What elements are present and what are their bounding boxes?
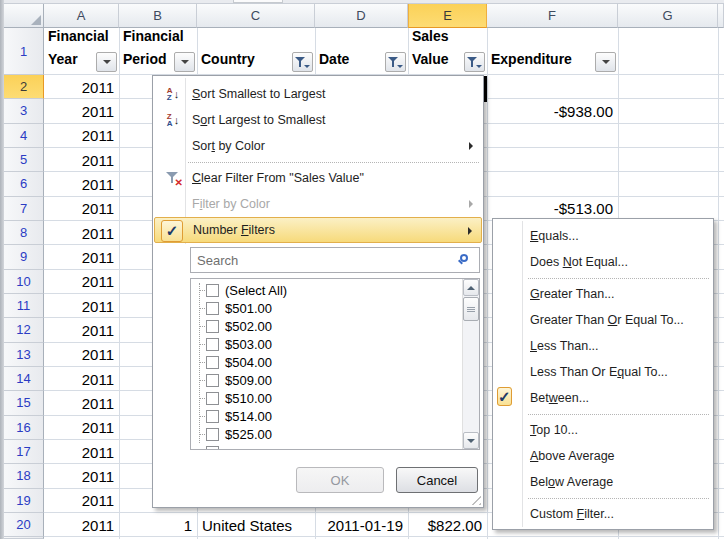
resize-grip[interactable]: [470, 494, 481, 505]
menu-item-does-not-equal[interactable]: Does Not Equal...: [494, 249, 712, 275]
row-header-5[interactable]: 5: [4, 148, 44, 172]
filter-button-C[interactable]: [292, 52, 313, 72]
value-list-item[interactable]: (Select All): [191, 281, 479, 299]
row-header-7[interactable]: 7: [4, 197, 44, 221]
cell-A7[interactable]: 2011: [44, 197, 119, 221]
row-header-8[interactable]: 8: [4, 221, 44, 245]
row-header-13[interactable]: 13: [4, 343, 44, 367]
field-header-E[interactable]: SalesValue: [408, 28, 487, 75]
value-list-item[interactable]: $509.00: [191, 371, 479, 389]
scroll-up-button[interactable]: [463, 279, 479, 296]
checkbox[interactable]: [206, 338, 219, 351]
row-header-12[interactable]: 12: [4, 318, 44, 342]
row-header-1[interactable]: 1: [4, 28, 44, 75]
row-header-18[interactable]: 18: [4, 464, 44, 488]
row-header-20[interactable]: 20: [4, 513, 44, 537]
scrollbar-thumb[interactable]: [463, 297, 479, 321]
menu-item-sort-largest-to-smallest[interactable]: ZA↓Sort Largest to Smallest: [154, 107, 482, 133]
checkbox[interactable]: [206, 356, 219, 369]
cell-A6[interactable]: 2011: [44, 172, 119, 196]
row-header-2[interactable]: 2: [4, 75, 44, 99]
menu-item-sort-smallest-to-largest[interactable]: AZ↓Sort Smallest to Largest: [154, 81, 482, 107]
menu-item-clear-filter[interactable]: ✕Clear Filter From "Sales Value": [154, 165, 482, 191]
menu-item-below-average[interactable]: Below Average: [494, 469, 712, 495]
row-header-4[interactable]: 4: [4, 124, 44, 148]
row-header-19[interactable]: 19: [4, 489, 44, 513]
menu-item-custom-filter[interactable]: Custom Filter...: [494, 501, 712, 527]
cell-A2[interactable]: 2011: [44, 75, 119, 99]
row-header-11[interactable]: 11: [4, 294, 44, 318]
field-header-C[interactable]: Country: [197, 28, 315, 75]
row-header-14[interactable]: 14: [4, 367, 44, 391]
cell-A14[interactable]: 2011: [44, 367, 119, 391]
menu-item-greater-than-or-equal-to[interactable]: Greater Than Or Equal To...: [494, 307, 712, 333]
cell-A8[interactable]: 2011: [44, 221, 119, 245]
checkbox[interactable]: [206, 410, 219, 423]
row-header-9[interactable]: 9: [4, 245, 44, 269]
cancel-button[interactable]: Cancel: [396, 467, 478, 493]
filter-button-D[interactable]: [385, 52, 406, 72]
cell-A12[interactable]: 2011: [44, 318, 119, 342]
row-header-15[interactable]: 15: [4, 391, 44, 415]
cell-A13[interactable]: 2011: [44, 343, 119, 367]
cell-D20[interactable]: 2011-01-19: [315, 513, 408, 537]
cell-A19[interactable]: 2011: [44, 489, 119, 513]
cell-A20[interactable]: 2011: [44, 513, 119, 537]
value-list-item[interactable]: $514.00: [191, 407, 479, 425]
column-header-F[interactable]: F: [487, 4, 618, 28]
filter-button-B[interactable]: [174, 52, 195, 72]
cell-A16[interactable]: 2011: [44, 416, 119, 440]
menu-item-less-than[interactable]: Less Than...: [494, 333, 712, 359]
cell-A15[interactable]: 2011: [44, 391, 119, 415]
value-list-item[interactable]: $501.00: [191, 299, 479, 317]
row-header-17[interactable]: 17: [4, 440, 44, 464]
cell-A9[interactable]: 2011: [44, 245, 119, 269]
cell-A10[interactable]: 2011: [44, 270, 119, 294]
row-header-3[interactable]: 3: [4, 99, 44, 123]
menu-item-less-than-or-equal-to[interactable]: Less Than Or Equal To...: [494, 359, 712, 385]
row-header-16[interactable]: 16: [4, 416, 44, 440]
filter-button-A[interactable]: [96, 52, 117, 72]
checkbox[interactable]: [206, 428, 219, 441]
cell-C20[interactable]: United States: [197, 513, 315, 537]
checkbox[interactable]: [206, 374, 219, 387]
cell-A17[interactable]: 2011: [44, 440, 119, 464]
checkbox[interactable]: [206, 302, 219, 315]
filter-button-E[interactable]: [464, 52, 485, 72]
cell-B20[interactable]: 1: [119, 513, 197, 537]
menu-item-top-10[interactable]: Top 10...: [494, 417, 712, 443]
menu-item-sort-by-color[interactable]: Sort by Color: [154, 133, 482, 159]
row-header-10[interactable]: 10: [4, 270, 44, 294]
column-header-G[interactable]: G: [618, 4, 718, 28]
column-header-C[interactable]: C: [197, 4, 315, 28]
menu-item-filter-by-color[interactable]: Filter by Color: [154, 191, 482, 217]
menu-item-greater-than[interactable]: Greater Than...: [494, 281, 712, 307]
value-list-scrollbar[interactable]: [462, 279, 479, 449]
checkbox[interactable]: [206, 320, 219, 333]
field-header-A[interactable]: FinancialYear: [44, 28, 119, 75]
field-header-D[interactable]: Date: [315, 28, 408, 75]
cell-F3[interactable]: -$938.00: [487, 99, 618, 123]
cell-A18[interactable]: 2011: [44, 464, 119, 488]
filter-search-input[interactable]: [190, 247, 480, 273]
value-list-item[interactable]: $504.00: [191, 353, 479, 371]
menu-item-equals[interactable]: Equals...: [494, 223, 712, 249]
value-list-item[interactable]: $502.00: [191, 317, 479, 335]
cell-A4[interactable]: 2011: [44, 124, 119, 148]
checkbox[interactable]: [206, 392, 219, 405]
scroll-down-button[interactable]: [463, 432, 479, 449]
column-header-D[interactable]: D: [315, 4, 408, 28]
cell-E20[interactable]: $822.00: [408, 513, 487, 537]
checkbox[interactable]: [206, 284, 219, 297]
field-header-B[interactable]: FinancialPeriod: [119, 28, 197, 75]
select-all-corner[interactable]: [4, 4, 44, 28]
value-list-item[interactable]: $525.00: [191, 425, 479, 443]
field-header-F[interactable]: Expenditure: [487, 28, 618, 75]
cell-A3[interactable]: 2011: [44, 99, 119, 123]
value-list-item[interactable]: $503.00: [191, 335, 479, 353]
menu-item-number-filters[interactable]: ✓Number Filters: [154, 217, 482, 243]
cell-A11[interactable]: 2011: [44, 294, 119, 318]
menu-item-above-average[interactable]: Above Average: [494, 443, 712, 469]
menu-item-between[interactable]: ✓Between...: [494, 385, 712, 411]
filter-button-F[interactable]: [595, 52, 616, 72]
